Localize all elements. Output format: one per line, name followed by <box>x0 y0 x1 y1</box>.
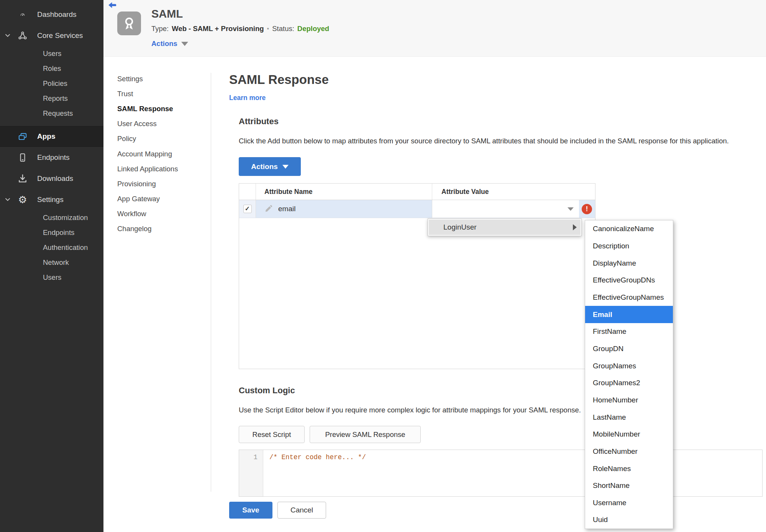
attribute-option[interactable]: DisplayName <box>585 255 673 272</box>
attribute-option[interactable]: OfficeNumber <box>585 443 673 460</box>
subnav-item-user-access[interactable]: User Access <box>117 117 205 131</box>
subnav-item-account-mapping[interactable]: Account Mapping <box>117 146 205 161</box>
learn-more-link[interactable]: Learn more <box>229 94 266 102</box>
submenu-arrow-icon <box>573 224 577 230</box>
attribute-option[interactable]: ShortName <box>585 477 673 494</box>
sidebar-item-label: Apps <box>37 132 56 141</box>
row-checkbox-cell <box>239 200 256 218</box>
app-header: SAML Type: Web - SAML + Provisioning • S… <box>103 0 766 57</box>
script-editor[interactable]: 1 /* Enter code here... */ <box>239 450 763 497</box>
chevron-down-icon <box>5 197 10 202</box>
sidebar-item-reports[interactable]: Reports <box>0 91 103 106</box>
sidebar-item-network[interactable]: Network <box>0 255 103 270</box>
preview-saml-response-button[interactable]: Preview SAML Response <box>310 426 421 443</box>
section-title: SAML Response <box>229 72 329 87</box>
apps-icon <box>18 131 28 141</box>
dashboard-icon <box>18 10 28 20</box>
sidebar-item-dashboards[interactable]: Dashboards <box>0 4 103 25</box>
attributes-actions-button[interactable]: Actions <box>239 157 301 176</box>
sidebar-item-customization[interactable]: Customization <box>0 210 103 225</box>
menu-item-label: LoginUser <box>443 223 477 232</box>
subnav-item-trust[interactable]: Trust <box>117 86 205 101</box>
subnav-item-changelog[interactable]: Changelog <box>117 222 205 236</box>
column-header-attribute-name: Attribute Name <box>264 188 312 196</box>
sidebar-item-downloads[interactable]: Downloads <box>0 168 103 189</box>
sidebar-item-label: Policies <box>43 79 67 88</box>
subnav-item-settings[interactable]: Settings <box>117 71 205 86</box>
endpoint-icon <box>18 153 28 163</box>
sidebar-item-settings-endpoints[interactable]: Endpoints <box>0 225 103 240</box>
subnav-item-app-gateway[interactable]: App Gateway <box>117 192 205 207</box>
header-actions-menu[interactable]: Actions <box>151 39 188 48</box>
page-title: SAML <box>151 8 183 20</box>
subnav-item-workflow[interactable]: Workflow <box>117 207 205 222</box>
attribute-option[interactable]: GroupDN <box>585 340 673 358</box>
chevron-down-icon <box>568 207 574 211</box>
attribute-option[interactable]: Username <box>585 494 673 512</box>
sidebar-item-requests[interactable]: Requests <box>0 106 103 121</box>
pencil-icon[interactable] <box>264 205 273 213</box>
app-page: Dashboards Core Services Users Roles Pol… <box>0 0 766 532</box>
vertical-divider <box>211 73 211 492</box>
attribute-option[interactable]: FirstName <box>585 323 673 340</box>
subnav-item-policy[interactable]: Policy <box>117 131 205 146</box>
download-icon <box>18 174 28 184</box>
attribute-option[interactable]: CanonicalizeName <box>585 220 673 238</box>
sidebar-item-settings[interactable]: ⚙ Settings <box>0 189 103 210</box>
attribute-option[interactable]: RoleNames <box>585 460 673 477</box>
sidebar-item-authentication[interactable]: Authentication <box>0 240 103 255</box>
reset-script-button[interactable]: Reset Script <box>239 426 305 443</box>
attributes-table: Attribute Name Attribute Value email <box>239 183 595 369</box>
chevron-down-icon <box>282 165 289 169</box>
app-meta: Type: Web - SAML + Provisioning • Status… <box>151 25 329 33</box>
attribute-option[interactable]: Uuid <box>585 511 673 529</box>
sidebar-item-label: Users <box>43 273 61 282</box>
status-badge: Deployed <box>297 25 329 33</box>
sidebar-item-label: Users <box>43 49 61 58</box>
meta-separator: • <box>267 25 269 32</box>
type-value: Web - SAML + Provisioning <box>172 25 264 33</box>
cancel-button[interactable]: Cancel <box>277 502 326 519</box>
subnav-item-saml-response[interactable]: SAML Response <box>117 101 205 116</box>
sidebar-item-endpoints[interactable]: Endpoints <box>0 147 103 168</box>
attribute-option[interactable]: LastName <box>585 409 673 426</box>
attribute-value-dropdown[interactable] <box>432 200 579 218</box>
attribute-option[interactable]: GroupNames2 <box>585 374 673 392</box>
attribute-name-value: email <box>278 205 295 213</box>
subnav-item-linked-applications[interactable]: Linked Applications <box>117 161 205 176</box>
sidebar-item-roles[interactable]: Roles <box>0 61 103 76</box>
back-arrow-icon[interactable] <box>108 2 118 11</box>
attribute-option[interactable]: HomeNumber <box>585 392 673 409</box>
sidebar-item-label: Roles <box>43 64 61 73</box>
type-label: Type: <box>151 25 169 33</box>
sidebar-item-apps[interactable]: Apps <box>0 126 103 147</box>
chevron-down-icon <box>5 33 10 38</box>
attribute-submenu: CanonicalizeName Description DisplayName… <box>585 220 673 529</box>
custom-logic-description: Use the Script Editor below if you requi… <box>239 406 764 415</box>
attribute-option[interactable]: EffectiveGroupNames <box>585 289 673 306</box>
subnav-item-provisioning[interactable]: Provisioning <box>117 176 205 191</box>
attribute-option[interactable]: EffectiveGroupDNs <box>585 272 673 289</box>
sidebar-item-core-services[interactable]: Core Services <box>0 25 103 46</box>
sidebar-item-label: Dashboards <box>37 10 76 19</box>
sidebar-item-users[interactable]: Users <box>0 46 103 61</box>
checkbox-checked[interactable] <box>243 205 252 213</box>
actions-label: Actions <box>151 39 177 48</box>
sidebar-item-label: Reports <box>43 94 68 103</box>
sidebar-item-policies[interactable]: Policies <box>0 76 103 91</box>
attribute-option-selected[interactable]: Email <box>585 306 673 323</box>
table-header-row: Attribute Name Attribute Value <box>239 184 595 200</box>
sidebar: Dashboards Core Services Users Roles Pol… <box>0 0 103 532</box>
sidebar-item-label: Endpoints <box>43 228 74 237</box>
save-button[interactable]: Save <box>229 502 272 519</box>
attribute-option[interactable]: MobileNumber <box>585 426 673 443</box>
attributes-heading: Attributes <box>239 116 279 127</box>
table-row: email <box>239 200 595 218</box>
editor-code[interactable]: /* Enter code here... */ <box>263 450 762 496</box>
attribute-option[interactable]: Description <box>585 238 673 255</box>
sidebar-item-settings-users[interactable]: Users <box>0 270 103 285</box>
menu-item-loginuser[interactable]: LoginUser <box>429 220 581 235</box>
core-services-icon <box>18 31 28 41</box>
sidebar-item-label: Network <box>43 258 69 267</box>
attribute-option[interactable]: GroupNames <box>585 357 673 374</box>
